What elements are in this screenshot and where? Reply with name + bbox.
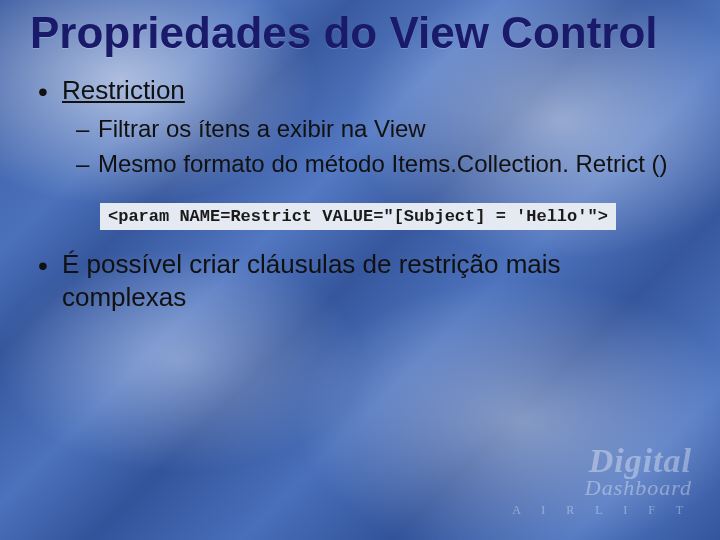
logo-sub: Dashboard bbox=[512, 475, 692, 501]
bullet-list-2: É possível criar cláusulas de restrição … bbox=[30, 248, 690, 313]
sub-bullet-1: Filtrar os ítens a exibir na View bbox=[76, 113, 690, 144]
sub-bullet-2: Mesmo formato do método Items.Collection… bbox=[76, 148, 690, 179]
code-sample: <param NAME=Restrict VALUE="[Subject] = … bbox=[100, 203, 616, 230]
slide: Propriedades do View Control Restriction… bbox=[0, 0, 720, 540]
sub-bullet-list: Filtrar os ítens a exibir na View Mesmo … bbox=[62, 113, 690, 179]
bullet-restriction: Restriction Filtrar os ítens a exibir na… bbox=[34, 74, 690, 179]
bullet-list: Restriction Filtrar os ítens a exibir na… bbox=[30, 74, 690, 179]
watermark-logo: Digital Dashboard A I R L I F T bbox=[512, 446, 692, 518]
bullet-restriction-label: Restriction bbox=[62, 75, 185, 105]
logo-brand: Digital bbox=[512, 446, 692, 477]
logo-tag: A I R L I F T bbox=[512, 503, 692, 518]
slide-title: Propriedades do View Control bbox=[30, 10, 690, 56]
bullet-complex-clauses: É possível criar cláusulas de restrição … bbox=[34, 248, 690, 313]
